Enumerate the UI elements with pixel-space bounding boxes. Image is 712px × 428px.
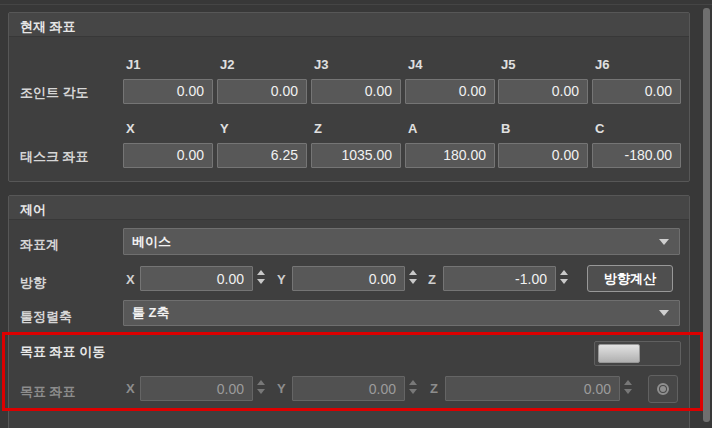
target-z-input — [445, 376, 620, 401]
spinner-up-icon — [257, 270, 265, 275]
direction-z-stepper[interactable] — [560, 270, 568, 284]
task-col-label-a: A — [408, 121, 417, 136]
direction-y-input[interactable] — [292, 266, 405, 291]
move-to-target-button — [648, 375, 678, 403]
task-value-x: 0.00 — [123, 143, 213, 168]
current-group-title: 현재 좌표 — [20, 18, 76, 36]
coord-system-selected-value: 베이스 — [132, 233, 171, 251]
spinner-up-icon — [560, 270, 568, 275]
task-value-c: -180.00 — [592, 143, 681, 168]
direction-x-stepper[interactable] — [257, 270, 265, 284]
current-group-titlebar — [9, 13, 689, 37]
target-move-toggle[interactable] — [594, 341, 681, 366]
target-x-label: X — [126, 381, 135, 396]
target-z-label: Z — [430, 381, 438, 396]
toggle-handle-icon — [598, 344, 640, 363]
target-y-input — [292, 376, 405, 401]
joint-col-label-j2: J2 — [220, 57, 234, 72]
spinner-down-icon — [560, 279, 568, 284]
joint-angle-row-label: 조인트 각도 — [20, 84, 89, 102]
direction-row-label: 방향 — [20, 274, 46, 292]
joint-value-j1: 0.00 — [123, 79, 213, 104]
tool-align-select[interactable]: 툴 Z축 — [123, 300, 680, 326]
joint-value-j6: 0.00 — [592, 79, 681, 104]
joint-col-label-j3: J3 — [314, 57, 328, 72]
spinner-down-icon — [257, 279, 265, 284]
vertical-scrollbar-thumb[interactable] — [703, 8, 710, 422]
direction-x-input[interactable] — [140, 266, 253, 291]
spinner-up-icon — [624, 380, 632, 385]
direction-x-label: X — [126, 272, 135, 287]
direction-y-label: Y — [277, 272, 286, 287]
joint-value-j3: 0.00 — [311, 79, 401, 104]
task-col-label-z: Z — [314, 121, 322, 136]
target-y-label: Y — [277, 381, 286, 396]
tool-align-selected-value: 툴 Z축 — [132, 304, 170, 322]
coord-system-select[interactable]: 베이스 — [123, 228, 680, 255]
task-value-a: 180.00 — [405, 143, 495, 168]
target-x-stepper — [257, 380, 265, 394]
joint-col-label-j5: J5 — [501, 57, 515, 72]
direction-y-stepper[interactable] — [409, 270, 417, 284]
robot-control-panel: 현재 좌표 조인트 각도 J1 J2 J3 J4 J5 J6 0.00 0.00… — [0, 0, 712, 428]
spinner-down-icon — [624, 389, 632, 394]
joint-value-j5: 0.00 — [498, 79, 588, 104]
spinner-down-icon — [409, 389, 417, 394]
target-y-stepper — [409, 380, 417, 394]
coord-system-label: 좌표계 — [20, 236, 59, 254]
control-group-title: 제어 — [20, 201, 46, 219]
direction-calc-button[interactable]: 방향계산 — [587, 265, 673, 292]
joint-col-label-j6: J6 — [595, 57, 609, 72]
spinner-up-icon — [257, 380, 265, 385]
spinner-down-icon — [257, 389, 265, 394]
spinner-up-icon — [409, 380, 417, 385]
tool-align-label: 툴정렬축 — [20, 308, 72, 326]
chevron-down-icon — [659, 310, 669, 316]
task-value-b: 0.00 — [498, 143, 588, 168]
target-icon — [657, 383, 669, 395]
task-value-z: 1035.00 — [311, 143, 401, 168]
control-group-titlebar — [9, 196, 689, 220]
task-coord-row-label: 태스크 좌표 — [20, 148, 89, 166]
target-coord-row-label: 목표 좌표 — [20, 383, 76, 401]
task-col-label-y: Y — [220, 121, 229, 136]
spinner-up-icon — [409, 270, 417, 275]
task-col-label-b: B — [501, 121, 510, 136]
chevron-down-icon — [659, 239, 669, 245]
task-value-y: 6.25 — [217, 143, 307, 168]
joint-col-label-j1: J1 — [126, 57, 140, 72]
target-x-input — [140, 376, 253, 401]
direction-z-label: Z — [428, 272, 436, 287]
task-col-label-x: X — [126, 121, 135, 136]
target-move-label: 목표 좌표 이동 — [20, 343, 105, 361]
target-z-stepper — [624, 380, 632, 394]
direction-z-input[interactable] — [443, 266, 556, 291]
top-divider — [0, 4, 712, 5]
joint-col-label-j4: J4 — [408, 57, 422, 72]
spinner-down-icon — [409, 279, 417, 284]
joint-value-j2: 0.00 — [217, 79, 307, 104]
task-col-label-c: C — [595, 121, 604, 136]
joint-value-j4: 0.00 — [405, 79, 495, 104]
